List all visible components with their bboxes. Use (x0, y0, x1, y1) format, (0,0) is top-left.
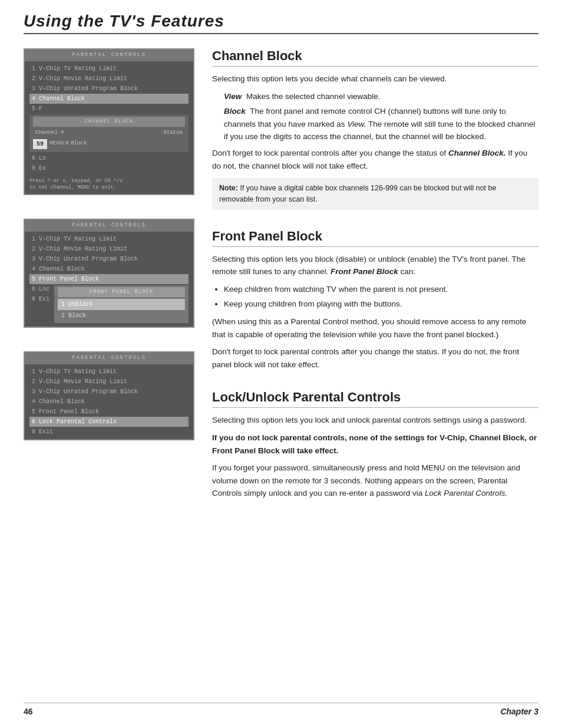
menu2-item-2: 2 V-Chip Movie Rating Limit (29, 244, 189, 254)
menu1-item-6: 6 Lo (29, 153, 189, 163)
menu3-item-4: 4 Channel Block (29, 397, 189, 407)
section3-bold-warning: If you do not lock parental controls, no… (212, 431, 538, 457)
left-column: PARENTAL CONTROLS 1 V-Chip TV Rating Lim… (24, 48, 194, 519)
section3-title: Lock/Unlock Parental Controls (212, 390, 538, 408)
section1-view-label: View (224, 92, 242, 101)
note-label: Note: (219, 184, 238, 192)
menu3-item-6: 6 Lock Parental Controls (29, 417, 189, 427)
menu1-header: PARENTAL CONTROLS (25, 50, 193, 61)
menu3-item-3: 3 V-Chip Unrated Program Block (29, 387, 189, 397)
section2-paren: (When using this as a Parental Control m… (212, 315, 538, 341)
menu2-item-6: 6 Loc (29, 284, 52, 294)
menu1-item-4: 4 Channel Block (29, 94, 189, 104)
channel-block-row: 59 HEADLN Block (33, 139, 185, 149)
menu1-item-2: 2 V-Chip Movie Rating Limit (29, 74, 189, 84)
menu3-header: PARENTAL CONTROLS (25, 353, 193, 364)
section2-reminder: Don't forget to lock parental controls a… (212, 345, 538, 371)
channel-status: Block (71, 140, 87, 148)
section1-intro: Selecting this option lets you decide wh… (212, 73, 538, 85)
col2-label: Status (164, 129, 183, 137)
channel-block-submenu: CHANNEL BLOCK Channel # Status 59 HEADLN… (29, 115, 189, 152)
tv-menu-front-panel: PARENTAL CONTROLS 1 V-Chip TV Rating Lim… (24, 219, 194, 328)
section1-reminder: Don't forget to lock parental controls a… (212, 147, 538, 172)
menu2-items: 1 V-Chip TV Rating Limit 2 V-Chip Movie … (25, 232, 193, 327)
section3-intro: Selecting this option lets you lock and … (212, 414, 538, 427)
menu1-item-1: 1 V-Chip TV Rating Limit (29, 64, 189, 74)
page-header: Using the TV's Features (24, 12, 538, 34)
tv-menu-channel-block: PARENTAL CONTROLS 1 V-Chip TV Rating Lim… (24, 48, 194, 195)
front-panel-block: 2 Block (58, 310, 185, 321)
section1-block-def: Block The front panel and remote control… (224, 105, 538, 143)
section2-bullets: Keep children from watching TV when the … (212, 283, 538, 311)
page-title: Using the TV's Features (24, 12, 538, 31)
menu1-items: 1 V-Chip TV Rating Limit 2 V-Chip Movie … (25, 61, 193, 176)
menu3-items: 1 V-Chip TV Rating Limit 2 V-Chip Movie … (25, 364, 193, 439)
channel-name: HEADLN (49, 140, 68, 148)
section-channel-block: Channel Block Selecting this option lets… (212, 48, 538, 210)
page-footer: 46 Chapter 3 (24, 703, 538, 716)
menu3-item-5: 5 Front Panel Block (29, 407, 189, 417)
menu1-item-5: 5 F (29, 104, 189, 114)
section1-view-text: Makes the selected channel viewable. (246, 92, 380, 101)
channel-block-cols: Channel # Status (33, 129, 185, 138)
section2-title: Front Panel Block (212, 229, 538, 247)
menu3-item-1: 1 V-Chip TV Rating Limit (29, 367, 189, 377)
section2-intro: Selecting this option lets you block (di… (212, 253, 538, 278)
menu2-item-3: 3 V-Chip Unrated Program Block (29, 254, 189, 264)
section1-title: Channel Block (212, 48, 538, 67)
section-lock-parental: Lock/Unlock Parental Controls Selecting … (212, 390, 538, 500)
menu1-item-7: 0 Ex (29, 163, 189, 173)
section1-block-text: The front panel and remote control CH (c… (224, 107, 535, 141)
menu2-item-5: 5 Front Panel Block (29, 274, 189, 284)
channel-block-note: Press ^ or v, keypad, or CH ^/v to set c… (25, 176, 193, 195)
section2-bullet1: Keep children from watching TV when the … (224, 283, 538, 296)
page-wrapper: Using the TV's Features PARENTAL CONTROL… (0, 0, 562, 542)
section3-body: If you forget your password, simultaneou… (212, 462, 538, 500)
menu3-item-7: 0 Exit (29, 427, 189, 437)
front-panel-submenu-header: FRONT PANEL BLOCK (58, 287, 185, 298)
section1-note: Note: If you have a digital cable box ch… (212, 178, 538, 210)
col1-label: Channel # (35, 129, 64, 137)
section2-bullet2: Keep young children from playing with th… (224, 298, 538, 311)
front-panel-unblock: 1 Unblock (58, 299, 185, 310)
footer-page-num: 46 (24, 707, 33, 716)
note-text: If you have a digital cable box channels… (219, 184, 496, 203)
footer-chapter: Chapter 3 (500, 707, 538, 716)
tv-menu-lock-parental: PARENTAL CONTROLS 1 V-Chip TV Rating Lim… (24, 351, 194, 440)
channel-block-submenu-header: CHANNEL BLOCK (33, 117, 185, 127)
section1-block-label: Block (224, 107, 246, 116)
main-content: PARENTAL CONTROLS 1 V-Chip TV Rating Lim… (24, 48, 538, 519)
front-panel-submenu: FRONT PANEL BLOCK 1 Unblock 2 Block (54, 285, 189, 324)
menu2-item-7: 0 Exi (29, 294, 52, 304)
right-column: Channel Block Selecting this option lets… (212, 48, 538, 519)
menu2-header: PARENTAL CONTROLS (25, 220, 193, 232)
menu2-item-4: 4 Channel Block (29, 264, 189, 274)
menu2-item-1: 1 V-Chip TV Rating Limit (29, 234, 189, 244)
menu1-item-3: 3 V-Chip Unrated Program Block (29, 84, 189, 94)
section1-view-def: View Makes the selected channel viewable… (224, 90, 538, 103)
channel-number: 59 (33, 139, 47, 149)
menu3-item-2: 2 V-Chip Movie Rating Limit (29, 377, 189, 387)
section-front-panel-block: Front Panel Block Selecting this option … (212, 229, 538, 371)
section1-definitions: View Makes the selected channel viewable… (212, 90, 538, 143)
